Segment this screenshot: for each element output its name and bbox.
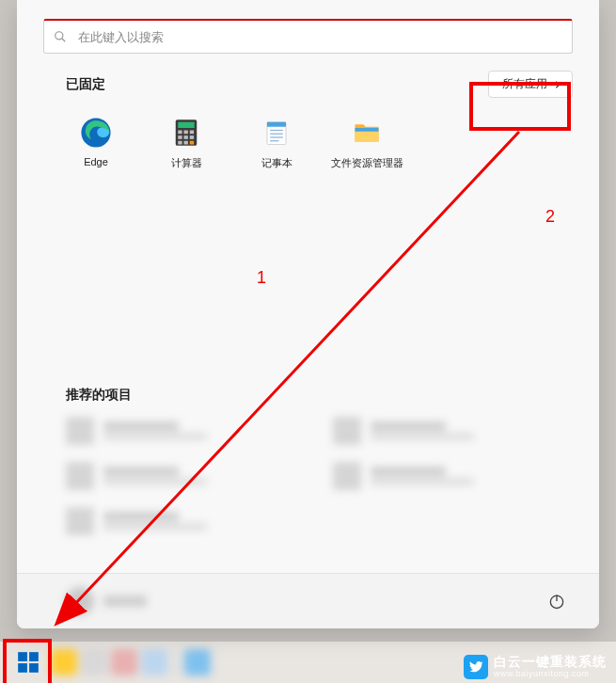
user-avatar-icon (66, 587, 94, 615)
pinned-app-file-explorer[interactable]: 文件资源管理器 (322, 111, 412, 170)
pinned-app-edge[interactable]: Edge (51, 111, 141, 170)
notepad-icon (261, 117, 292, 149)
recommended-item[interactable] (333, 462, 562, 490)
svg-rect-19 (267, 122, 286, 127)
pinned-app-label: 记事本 (261, 156, 292, 170)
pinned-app-notepad[interactable]: 记事本 (231, 111, 322, 170)
start-button[interactable] (9, 643, 47, 681)
recommended-item[interactable] (66, 462, 295, 490)
svg-rect-8 (178, 122, 195, 128)
svg-rect-13 (184, 135, 188, 139)
svg-rect-17 (190, 141, 194, 145)
start-menu: 已固定 所有应用 Edge (17, 0, 599, 628)
svg-rect-10 (184, 131, 188, 135)
svg-rect-2 (18, 663, 27, 673)
recommended-item[interactable] (66, 507, 295, 535)
power-icon (547, 592, 566, 611)
svg-rect-9 (178, 131, 182, 135)
pinned-app-label: Edge (84, 156, 108, 167)
all-apps-button[interactable]: 所有应用 (488, 71, 573, 98)
recommended-heading: 推荐的项目 (66, 387, 599, 404)
pinned-app-label: 文件资源管理器 (331, 156, 403, 170)
recommended-item[interactable] (333, 417, 562, 445)
svg-line-5 (62, 39, 66, 42)
edge-icon (80, 117, 112, 149)
user-account-button[interactable] (66, 587, 147, 615)
svg-point-4 (55, 32, 63, 40)
svg-rect-14 (190, 135, 194, 139)
search-input[interactable] (76, 29, 562, 45)
taskbar-other-icons (51, 649, 211, 675)
pinned-app-label: 计算器 (171, 156, 202, 170)
file-explorer-icon (351, 117, 383, 149)
recommended-list (66, 417, 561, 535)
pinned-heading: 已固定 (66, 76, 105, 93)
svg-rect-25 (355, 128, 379, 132)
chevron-right-icon (553, 80, 562, 89)
start-menu-footer (17, 573, 599, 628)
all-apps-label: 所有应用 (502, 76, 547, 92)
svg-rect-15 (178, 141, 182, 145)
taskbar (0, 642, 616, 683)
recommended-item[interactable] (66, 417, 295, 445)
svg-rect-12 (178, 135, 182, 139)
power-button[interactable] (543, 587, 571, 615)
svg-rect-16 (184, 141, 188, 145)
pinned-apps: Edge 计算器 (51, 111, 599, 170)
svg-rect-11 (190, 131, 194, 135)
calculator-icon (170, 117, 202, 149)
svg-rect-1 (29, 652, 39, 661)
svg-rect-0 (18, 652, 27, 661)
pinned-app-calculator[interactable]: 计算器 (141, 111, 231, 170)
search-icon (54, 30, 67, 43)
search-box[interactable] (43, 19, 573, 54)
svg-rect-3 (29, 663, 39, 673)
